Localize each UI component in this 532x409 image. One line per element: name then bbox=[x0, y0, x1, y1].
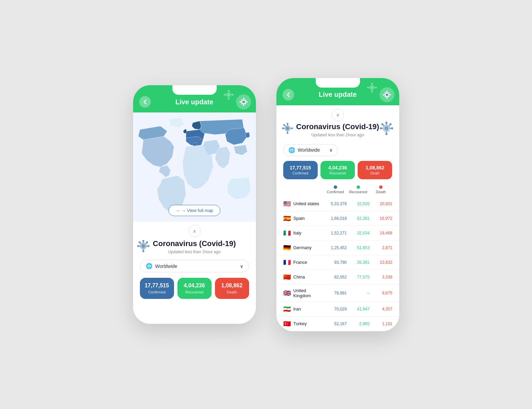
svg-point-1 bbox=[242, 101, 245, 103]
country-info: 🇫🇷 France bbox=[283, 259, 324, 266]
stat-card-death-2: 1,08,862 Death bbox=[358, 161, 392, 179]
flag-icon: 🇬🇧 bbox=[283, 289, 291, 297]
svg-point-62 bbox=[375, 87, 377, 88]
country-name: United states bbox=[293, 201, 319, 206]
confirmed-number-1: 17,77,515 bbox=[143, 283, 171, 289]
svg-point-38 bbox=[146, 241, 148, 243]
stat-confirmed: 78,991 bbox=[324, 291, 347, 296]
location-selector-1[interactable]: 🌐 Worldwide ∨ bbox=[140, 260, 249, 272]
chevron-down-icon-1: ∨ bbox=[240, 263, 243, 269]
stat-confirmed: 93,790 bbox=[324, 260, 347, 265]
table-row: 🇩🇪 Germany 1,25,452 51,853 2,871 bbox=[276, 241, 399, 255]
svg-point-74 bbox=[283, 124, 285, 125]
stat-card-confirmed-2: 17,77,515 Confirmed bbox=[283, 161, 318, 179]
recovered-number-2: 4,04,236 bbox=[323, 165, 352, 170]
flag-icon: 🇮🇹 bbox=[283, 229, 291, 237]
virus-icon-header-1 bbox=[236, 94, 251, 109]
location-selector-2[interactable]: 🌐 Worldwide ∨ bbox=[283, 144, 338, 156]
stat-death: 4,357 bbox=[370, 307, 392, 312]
back-button-2[interactable] bbox=[283, 89, 294, 101]
th-recovered: Recovered bbox=[347, 185, 370, 194]
stat-confirmed: 70,029 bbox=[324, 307, 347, 312]
svg-point-22 bbox=[224, 94, 225, 96]
svg-line-47 bbox=[388, 92, 389, 93]
flag-icon: 🇹🇷 bbox=[283, 320, 291, 328]
stat-confirmed: 52,167 bbox=[324, 321, 347, 326]
death-number-1: 1,08,862 bbox=[218, 283, 246, 289]
svg-point-70 bbox=[286, 132, 288, 134]
country-info: 🇮🇷 Iran bbox=[283, 305, 324, 313]
virus-deco-bottom-1 bbox=[135, 238, 152, 256]
svg-point-86 bbox=[381, 123, 383, 125]
svg-point-12 bbox=[240, 101, 241, 103]
svg-point-34 bbox=[147, 245, 149, 247]
th-death: Death bbox=[370, 185, 392, 194]
stat-recovered: 51,853 bbox=[347, 245, 370, 250]
stat-death: 20,601 bbox=[370, 201, 392, 206]
recovered-label-1: Recovered bbox=[181, 290, 208, 294]
virus-icon-header-2 bbox=[379, 87, 394, 102]
globe-icon-2: 🌐 bbox=[288, 147, 295, 153]
stat-recovered: – bbox=[347, 291, 370, 296]
phone2-body: ∨ bbox=[276, 105, 399, 331]
back-button-1[interactable] bbox=[139, 96, 151, 108]
phone-notch-2 bbox=[316, 78, 360, 88]
stat-death: 16,972 bbox=[370, 216, 392, 221]
stat-card-recovered-2: 4,04,236 Recovered bbox=[320, 161, 355, 179]
stat-recovered: 26,391 bbox=[347, 260, 370, 265]
location-text-2: Worldwide bbox=[298, 147, 327, 153]
country-info: 🇪🇸 Spain bbox=[283, 215, 324, 222]
th-confirmed-label: Confirmed bbox=[327, 190, 344, 194]
phone-notch-1 bbox=[172, 85, 217, 95]
table-row: 🇺🇸 United states 5,33,378 32,026 20,601 bbox=[276, 197, 399, 211]
svg-point-76 bbox=[385, 126, 388, 130]
svg-point-15 bbox=[227, 93, 230, 96]
confirmed-number-2: 17,77,515 bbox=[286, 165, 315, 170]
stat-death: 3,339 bbox=[370, 275, 392, 279]
svg-point-13 bbox=[246, 101, 248, 103]
death-label-2: Death bbox=[360, 171, 389, 175]
covid-subtitle-2: Updated less than 1hour ago bbox=[293, 133, 382, 137]
stat-death: 9,875 bbox=[370, 291, 392, 296]
svg-point-81 bbox=[385, 121, 387, 123]
th-confirmed: Confirmed bbox=[324, 185, 347, 194]
dot-confirmed bbox=[334, 185, 337, 189]
flag-icon: 🇨🇳 bbox=[283, 273, 291, 281]
svg-point-84 bbox=[391, 127, 393, 129]
phone-2: Live update bbox=[276, 78, 399, 331]
globe-icon-1: 🌐 bbox=[146, 263, 153, 269]
svg-point-11 bbox=[243, 105, 244, 106]
svg-line-6 bbox=[241, 100, 242, 101]
covid-title-1: Coronavirus (Covid-19) bbox=[140, 239, 249, 248]
dot-recovered bbox=[357, 185, 360, 189]
stat-confirmed: 5,33,378 bbox=[324, 201, 347, 206]
svg-point-52 bbox=[390, 94, 391, 95]
flag-icon: 🇪🇸 bbox=[283, 215, 291, 222]
table-row: 🇬🇧 United Kingdom 78,991 – 9,875 bbox=[276, 285, 399, 302]
svg-point-49 bbox=[386, 91, 388, 92]
country-info: 🇮🇹 Italy bbox=[283, 229, 324, 237]
svg-line-45 bbox=[385, 92, 385, 93]
chevron-up-icon: ∧ bbox=[193, 228, 196, 234]
phone-1: Live update bbox=[133, 85, 256, 324]
svg-point-51 bbox=[383, 94, 384, 95]
svg-point-64 bbox=[286, 127, 289, 130]
stat-recovered: 77,575 bbox=[347, 275, 370, 279]
table-row: 🇮🇷 Iran 70,029 41,947 4,357 bbox=[276, 302, 399, 317]
stat-recovered: 32,534 bbox=[347, 231, 370, 236]
expand-button[interactable]: ∨ bbox=[332, 109, 344, 121]
arrow-right-icon: → bbox=[175, 208, 180, 213]
stats-row-1: 17,77,515 Confirmed 4,04,236 Recovered 1… bbox=[140, 278, 249, 299]
view-full-map-button[interactable]: → → View full map bbox=[168, 205, 220, 216]
svg-point-71 bbox=[282, 127, 284, 129]
flag-icon: 🇩🇪 bbox=[283, 244, 291, 252]
death-label-1: Death bbox=[218, 290, 246, 294]
collapse-button[interactable]: ∧ bbox=[188, 225, 201, 237]
death-number-2: 1,08,862 bbox=[360, 165, 389, 170]
stat-confirmed: 82,052 bbox=[324, 275, 347, 279]
svg-point-10 bbox=[243, 98, 244, 99]
covid-panel-2: Coronavirus (Covid-19) Updated less than… bbox=[276, 122, 399, 184]
stat-death: 1,101 bbox=[370, 321, 392, 326]
country-info: 🇹🇷 Turkey bbox=[283, 320, 324, 328]
svg-line-8 bbox=[245, 100, 246, 101]
